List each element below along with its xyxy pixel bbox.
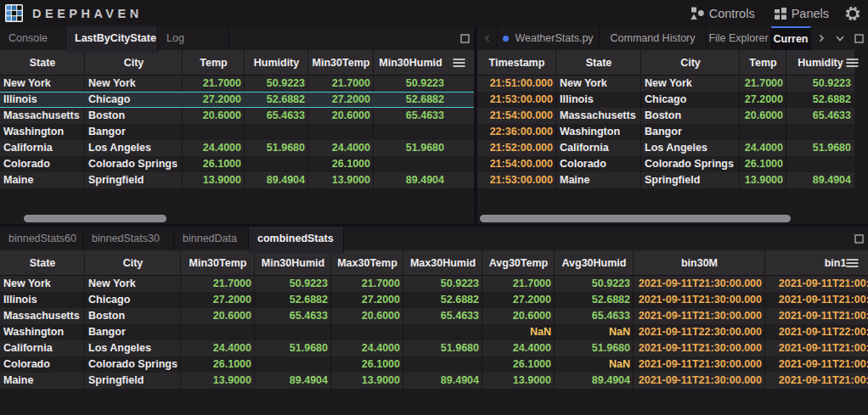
cell-temp[interactable]: 20.6000 xyxy=(183,108,245,124)
table-row[interactable]: WashingtonBangor xyxy=(0,124,474,140)
cell-avg30temp[interactable]: 21.7000 xyxy=(482,276,555,292)
tab-lastbycitystate[interactable]: LastByCityState xyxy=(66,26,158,53)
cell-state[interactable]: New York xyxy=(0,276,85,292)
table-row[interactable]: ColoradoColorado Springs26.100026.1000 xyxy=(0,156,474,172)
cell-avg30humid[interactable]: NaN xyxy=(555,356,634,373)
cell-avg30humid[interactable]: 52.6882 xyxy=(555,292,634,308)
cell-state[interactable]: Colorado xyxy=(0,156,85,172)
cell-humidity[interactable]: 89.4904 xyxy=(786,172,854,188)
column-header-bin30m[interactable]: bin30M xyxy=(634,250,765,276)
cell-timestamp[interactable]: 21:51:00.000 xyxy=(477,76,556,92)
tab-scroll-right-icon[interactable] xyxy=(812,26,831,50)
table-row[interactable]: 21:53:00.000IllinoisChicago27.200052.688… xyxy=(477,92,854,108)
cell-max30temp[interactable]: 21.7000 xyxy=(331,276,403,292)
cell-avg30humid[interactable]: NaN xyxy=(555,324,634,340)
cell-min30humid[interactable]: 50.9223 xyxy=(374,76,448,92)
cell-max30humid[interactable]: 52.6882 xyxy=(403,292,482,308)
cell-min30humid[interactable]: 50.9223 xyxy=(255,276,331,292)
column-header-min30temp[interactable]: Min30Temp xyxy=(181,250,255,276)
cell-avg30temp[interactable]: 27.2000 xyxy=(482,292,555,308)
table-row[interactable]: 21:54:00.000MassachusettsBoston20.600065… xyxy=(477,108,854,124)
cell-avg30temp[interactable]: NaN xyxy=(482,324,555,340)
tab-overflow-dropdown-icon[interactable] xyxy=(831,26,849,50)
cell-city[interactable]: Springfield xyxy=(85,373,181,389)
cell-city[interactable]: Springfield xyxy=(85,172,183,188)
cell-humidity[interactable]: 65.4633 xyxy=(786,108,854,124)
table-options-menu-icon[interactable] xyxy=(452,57,465,69)
cell-min30humid[interactable]: 89.4904 xyxy=(374,172,448,188)
cell-bin30m[interactable]: 2021-09-11T21:30:00.000 xyxy=(634,308,765,324)
tab-console[interactable]: Console xyxy=(0,26,66,50)
cell-bin30m[interactable]: 2021-09-11T21:30:00.000 xyxy=(634,373,765,389)
column-header-city[interactable]: City xyxy=(85,250,181,276)
controls-menu-button[interactable]: Controls xyxy=(690,6,755,20)
cell-min30temp[interactable]: 27.2000 xyxy=(308,93,374,109)
cell-max30humid[interactable]: 89.4904 xyxy=(403,373,482,389)
cell-min30humid[interactable]: 65.4633 xyxy=(255,308,331,324)
cell-city[interactable]: Colorado Springs xyxy=(641,156,740,172)
cell-humidity[interactable] xyxy=(245,124,308,140)
cell-bin1[interactable]: 2021-09-11T21:00:00.000 xyxy=(765,308,868,324)
cell-state[interactable]: Maine xyxy=(0,373,85,389)
cell-max30humid[interactable]: 65.4633 xyxy=(403,308,482,324)
horizontal-scrollbar-thumb[interactable] xyxy=(480,215,791,222)
cell-state[interactable]: Washington xyxy=(0,324,85,340)
cell-min30temp[interactable]: 20.6000 xyxy=(181,308,255,324)
cell-state[interactable]: Colorado xyxy=(556,156,641,172)
cell-temp[interactable]: 21.7000 xyxy=(183,76,245,92)
cell-state[interactable]: Colorado xyxy=(0,356,85,373)
cell-state[interactable]: California xyxy=(0,340,85,356)
cell-bin1[interactable]: 2021-09-11T21:00:00.000 xyxy=(765,292,868,308)
tab-weatherstats-py[interactable]: WeatherStats.py xyxy=(498,26,600,50)
table-row[interactable]: New YorkNew York21.700050.922321.700050.… xyxy=(0,276,868,292)
cell-city[interactable]: New York xyxy=(85,276,181,292)
cell-bin30m[interactable]: 2021-09-11T21:30:00.000 xyxy=(634,340,765,356)
table-row[interactable]: CaliforniaLos Angeles24.400051.968024.40… xyxy=(0,140,474,156)
cell-min30humid[interactable]: 52.6882 xyxy=(374,93,448,109)
cell-bin30m[interactable]: 2021-09-11T21:30:00.000 xyxy=(634,276,765,292)
cell-city[interactable]: Boston xyxy=(85,108,183,124)
cell-min30temp[interactable]: 24.4000 xyxy=(308,140,374,156)
cell-temp[interactable]: 24.4000 xyxy=(740,140,786,156)
cell-city[interactable]: Bangor xyxy=(85,324,181,340)
cell-avg30temp[interactable]: 20.6000 xyxy=(482,308,555,324)
cell-min30temp[interactable] xyxy=(308,124,374,140)
cell-bin1[interactable]: 2021-09-11T21:00:00.000 xyxy=(765,356,868,373)
cell-max30temp[interactable]: 27.2000 xyxy=(331,292,403,308)
table-row[interactable]: MassachusettsBoston20.600065.463320.6000… xyxy=(0,108,474,124)
cell-min30humid[interactable]: 51.9680 xyxy=(374,140,448,156)
cell-humidity[interactable] xyxy=(786,156,854,172)
cell-min30humid[interactable]: 52.6882 xyxy=(255,292,331,308)
cell-min30humid[interactable] xyxy=(255,356,331,373)
cell-city[interactable]: Los Angeles xyxy=(85,340,181,356)
cell-min30temp[interactable]: 20.6000 xyxy=(308,108,374,124)
cell-state[interactable]: California xyxy=(0,140,85,156)
tab-command-history[interactable]: Command History xyxy=(600,26,707,50)
tab-combinedstats[interactable]: combinedStats xyxy=(249,227,344,253)
column-header-state[interactable]: State xyxy=(0,50,85,76)
cell-humidity[interactable]: 52.6882 xyxy=(245,93,308,109)
cell-humidity[interactable]: 51.9680 xyxy=(245,140,308,156)
cell-state[interactable]: New York xyxy=(556,76,641,92)
cell-max30humid[interactable]: 51.9680 xyxy=(403,340,482,356)
cell-state[interactable]: Maine xyxy=(0,172,85,188)
cell-min30temp[interactable]: 21.7000 xyxy=(308,76,374,92)
cell-bin1[interactable]: 2021-09-11T21:00:00.000 xyxy=(765,340,868,356)
cell-bin1[interactable]: 2021-09-11T21:00:00.000 xyxy=(765,276,868,292)
cell-bin30m[interactable]: 2021-09-11T21:30:00.000 xyxy=(634,292,765,308)
cell-min30temp[interactable]: 13.9000 xyxy=(308,172,374,188)
cell-temp[interactable]: 26.1000 xyxy=(740,156,786,172)
column-header-avg30temp[interactable]: Avg30Temp xyxy=(482,250,555,276)
column-header-min30humid[interactable]: Min30Humid xyxy=(374,50,448,76)
cell-timestamp[interactable]: 21:54:00.000 xyxy=(477,156,556,172)
cell-temp[interactable]: 20.6000 xyxy=(740,108,786,124)
cell-avg30humid[interactable]: 50.9223 xyxy=(555,276,634,292)
cell-max30humid[interactable]: 50.9223 xyxy=(403,276,482,292)
cell-city[interactable]: Springfield xyxy=(641,172,740,188)
column-header-state[interactable]: State xyxy=(0,250,85,276)
cell-humidity[interactable]: 50.9223 xyxy=(786,76,854,92)
cell-humidity[interactable]: 65.4633 xyxy=(245,108,308,124)
tab-scroll-left-icon[interactable] xyxy=(477,26,498,50)
cell-bin30m[interactable]: 2021-09-11T21:30:00.000 xyxy=(634,356,765,373)
column-header-avg30humid[interactable]: Avg30Humid xyxy=(555,250,634,276)
